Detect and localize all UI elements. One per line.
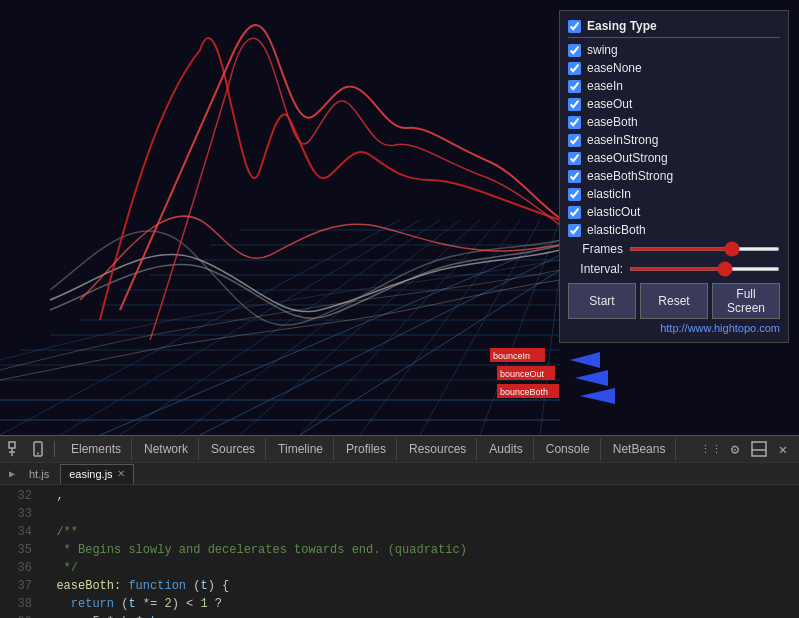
mobile-icon[interactable] bbox=[28, 439, 48, 459]
frames-slider-row: Frames bbox=[568, 239, 780, 259]
cb-easeInStrong-label: easeInStrong bbox=[587, 133, 658, 147]
line-num-39: 39 bbox=[0, 613, 32, 618]
cb-elasticIn-label: elasticIn bbox=[587, 187, 631, 201]
cb-easeBothStrong[interactable] bbox=[568, 170, 581, 183]
panel-header-label: Easing Type bbox=[587, 19, 657, 33]
inspect-icon[interactable] bbox=[6, 439, 26, 459]
more-tools-icon[interactable]: ⋮⋮ bbox=[701, 439, 721, 459]
cb-easeNone-label: easeNone bbox=[587, 61, 642, 75]
checkbox-row-swing: swing bbox=[568, 41, 780, 59]
checkbox-row-easeOutStrong: easeOutStrong bbox=[568, 149, 780, 167]
checkbox-row-elasticIn: elasticIn bbox=[568, 185, 780, 203]
svg-rect-41 bbox=[752, 442, 766, 456]
file-tab-htjs[interactable]: ht.js bbox=[20, 464, 58, 484]
line-numbers: 32 33 34 35 36 37 38 39 40 41 bbox=[0, 485, 36, 618]
hightopo-link[interactable]: http://www.hightopo.com bbox=[660, 322, 780, 334]
code-line-32: , bbox=[42, 487, 799, 505]
checkbox-row-elasticBoth: elasticBoth bbox=[568, 221, 780, 239]
cb-swing[interactable] bbox=[568, 44, 581, 57]
code-line-37: easeBoth: function (t) { bbox=[42, 577, 799, 595]
tab-sources[interactable]: Sources bbox=[201, 438, 266, 460]
code-line-35: * Begins slowly and decelerates towards … bbox=[42, 541, 799, 559]
svg-point-40 bbox=[37, 453, 39, 455]
checkbox-row-easeOut: easeOut bbox=[568, 95, 780, 113]
cb-easeOut-label: easeOut bbox=[587, 97, 632, 111]
svg-rect-36 bbox=[9, 442, 15, 448]
toolbar-separator bbox=[54, 441, 55, 457]
checkbox-row-easeBothStrong: easeBothStrong bbox=[568, 167, 780, 185]
code-line-33 bbox=[42, 505, 799, 523]
header-checkbox[interactable] bbox=[568, 20, 581, 33]
line-num-37: 37 bbox=[0, 577, 32, 595]
button-row: Start Reset Full Screen bbox=[568, 283, 780, 319]
reset-button[interactable]: Reset bbox=[640, 283, 708, 319]
cb-easeNone[interactable] bbox=[568, 62, 581, 75]
cb-elasticBoth-label: elasticBoth bbox=[587, 223, 646, 237]
cb-easeInStrong[interactable] bbox=[568, 134, 581, 147]
interval-slider-row: Interval: bbox=[568, 259, 780, 279]
file-tab-close-icon[interactable]: ✕ bbox=[117, 468, 125, 479]
tab-profiles[interactable]: Profiles bbox=[336, 438, 397, 460]
tab-elements[interactable]: Elements bbox=[61, 438, 132, 460]
frames-label: Frames bbox=[568, 242, 623, 256]
tab-resources[interactable]: Resources bbox=[399, 438, 477, 460]
cb-easeBoth-label: easeBoth bbox=[587, 115, 638, 129]
visualization-area: bounceIn bounceOut bounceBoth Easing Typ… bbox=[0, 0, 799, 435]
file-tab-htjs-name: ht.js bbox=[29, 468, 49, 480]
checkbox-row-elasticOut: elasticOut bbox=[568, 203, 780, 221]
checkbox-row-easeIn: easeIn bbox=[568, 77, 780, 95]
settings-icon[interactable]: ⚙ bbox=[725, 439, 745, 459]
tab-netbeans[interactable]: NetBeans bbox=[603, 438, 677, 460]
cb-elasticOut[interactable] bbox=[568, 206, 581, 219]
cb-elasticOut-label: elasticOut bbox=[587, 205, 640, 219]
svg-text:bounceOut: bounceOut bbox=[500, 369, 545, 379]
file-tab-easingjs[interactable]: easing.js ✕ bbox=[60, 464, 133, 484]
code-line-39: .5 * t * t : bbox=[42, 613, 799, 618]
cb-easeOutStrong[interactable] bbox=[568, 152, 581, 165]
checkbox-row-easeNone: easeNone bbox=[568, 59, 780, 77]
frames-slider[interactable] bbox=[629, 247, 780, 251]
devtools-toolbar: Elements Network Sources Timeline Profil… bbox=[0, 435, 799, 463]
control-panel: Easing Type swing easeNone easeIn easeOu… bbox=[559, 10, 789, 343]
tab-scroll-left[interactable]: ▶ bbox=[4, 464, 20, 484]
cb-easeOutStrong-label: easeOutStrong bbox=[587, 151, 668, 165]
line-num-32: 32 bbox=[0, 487, 32, 505]
interval-slider[interactable] bbox=[629, 267, 780, 271]
toolbar-right-icons: ⋮⋮ ⚙ ✕ bbox=[701, 439, 793, 459]
code-line-36: */ bbox=[42, 559, 799, 577]
cb-easeOut[interactable] bbox=[568, 98, 581, 111]
cb-easeBoth[interactable] bbox=[568, 116, 581, 129]
link-row: http://www.hightopo.com bbox=[568, 319, 780, 336]
cb-elasticIn[interactable] bbox=[568, 188, 581, 201]
tab-timeline[interactable]: Timeline bbox=[268, 438, 334, 460]
fullscreen-button[interactable]: Full Screen bbox=[712, 283, 780, 319]
code-text[interactable]: , /** * Begins slowly and decelerates to… bbox=[36, 485, 799, 618]
interval-label: Interval: bbox=[568, 262, 623, 276]
line-num-35: 35 bbox=[0, 541, 32, 559]
start-button[interactable]: Start bbox=[568, 283, 636, 319]
line-num-38: 38 bbox=[0, 595, 32, 613]
checkbox-row-easeBoth: easeBoth bbox=[568, 113, 780, 131]
cb-easeBothStrong-label: easeBothStrong bbox=[587, 169, 673, 183]
checkbox-row-easeInStrong: easeInStrong bbox=[568, 131, 780, 149]
cb-elasticBoth[interactable] bbox=[568, 224, 581, 237]
tab-console[interactable]: Console bbox=[536, 438, 601, 460]
cb-easeIn-label: easeIn bbox=[587, 79, 623, 93]
line-num-34: 34 bbox=[0, 523, 32, 541]
dock-icon[interactable] bbox=[749, 439, 769, 459]
tab-network[interactable]: Network bbox=[134, 438, 199, 460]
code-line-34: /** bbox=[42, 523, 799, 541]
file-tabs-bar: ▶ ht.js easing.js ✕ bbox=[0, 463, 799, 485]
line-num-33: 33 bbox=[0, 505, 32, 523]
cb-swing-label: swing bbox=[587, 43, 618, 57]
code-line-38: return (t *= 2) < 1 ? bbox=[42, 595, 799, 613]
svg-text:bounceBoth: bounceBoth bbox=[500, 387, 548, 397]
svg-text:bounceIn: bounceIn bbox=[493, 351, 530, 361]
code-editor: 32 33 34 35 36 37 38 39 40 41 , /** * Be… bbox=[0, 485, 799, 618]
panel-header: Easing Type bbox=[568, 17, 780, 38]
tab-audits[interactable]: Audits bbox=[479, 438, 533, 460]
close-devtools-icon[interactable]: ✕ bbox=[773, 439, 793, 459]
file-tab-easingjs-name: easing.js bbox=[69, 468, 112, 480]
cb-easeIn[interactable] bbox=[568, 80, 581, 93]
line-num-36: 36 bbox=[0, 559, 32, 577]
